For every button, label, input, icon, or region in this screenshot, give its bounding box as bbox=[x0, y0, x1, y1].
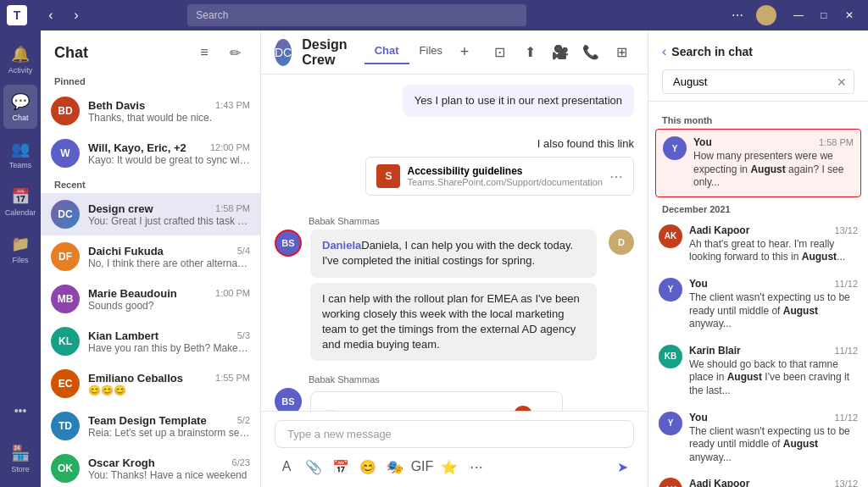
share-button[interactable]: ⬆ bbox=[517, 40, 542, 65]
search-result-item[interactable]: AK Aadi Kapoor 13/12 Ah that's great to … bbox=[648, 218, 868, 271]
avatar: DF bbox=[51, 242, 80, 271]
message-bubble: DanielaDaniela, I can help you with the … bbox=[310, 230, 597, 277]
search-results: This month Y You 1:58 PM How many presen… bbox=[648, 102, 868, 487]
message-text: I also found this link bbox=[365, 137, 634, 150]
back-button[interactable]: ‹ bbox=[39, 3, 63, 27]
tab-files[interactable]: Files bbox=[409, 41, 453, 64]
fluid-card: 📄 Monthly Business Review.Fluid Just now… bbox=[310, 391, 563, 411]
search-input-row[interactable]: ✕ bbox=[662, 69, 854, 94]
sr-text: How many presenters were we expecting in… bbox=[693, 150, 854, 190]
user-avatar[interactable] bbox=[756, 5, 776, 25]
gif-button[interactable]: GIF bbox=[410, 455, 434, 479]
message-group: I also found this link S Accessibility g… bbox=[275, 137, 634, 202]
list-item[interactable]: MB Marie Beaudouin 1:00 PM Sounds good? bbox=[41, 278, 260, 320]
titlebar-left: T ‹ › bbox=[7, 3, 88, 27]
compose-button[interactable]: ✏ bbox=[223, 41, 247, 64]
search-result-content: You 11/12 The client wasn't expecting us… bbox=[689, 278, 858, 331]
sidebar-item-files[interactable]: 📁 Files bbox=[3, 227, 37, 271]
chat-item-info: Will, Kayo, Eric, +2 12:00 PM Kayo: It w… bbox=[88, 141, 250, 166]
message-content: DanielaDaniela, I can help you with the … bbox=[310, 230, 597, 361]
main-layout: 🔔 Activity 💬 Chat 👥 Teams 📅 Calendar 📁 F… bbox=[0, 30, 868, 487]
filter-button[interactable]: ≡ bbox=[192, 41, 216, 64]
chat-item-name: Marie Beaudouin bbox=[88, 287, 177, 300]
search-highlight: August bbox=[727, 371, 762, 383]
attach-button[interactable]: 📎 bbox=[302, 455, 326, 479]
search-chat-input[interactable] bbox=[670, 70, 837, 93]
list-item[interactable]: TD Team Design Template 5/2 Reia: Let's … bbox=[41, 405, 260, 447]
sidebar-item-calendar[interactable]: 📅 Calendar bbox=[3, 180, 37, 224]
search-result-item[interactable]: Y You 11/12 The client wasn't expecting … bbox=[648, 405, 868, 472]
list-item[interactable]: OK Oscar Krogh 6/23 You: Thanks! Have a … bbox=[41, 447, 260, 487]
list-item[interactable]: EC Emiliano Ceballos 1:55 PM 😊😊😊 bbox=[41, 362, 260, 405]
chat-main: DC Design Crew Chat Files + ⊡ ⬆ 🎥 📞 ⊞ Ye… bbox=[261, 30, 648, 487]
meeting-button[interactable]: 📅 bbox=[329, 455, 353, 479]
avatar: BS bbox=[275, 388, 302, 411]
send-button[interactable]: ➤ bbox=[610, 455, 634, 479]
store-icon: 🏪 bbox=[11, 444, 30, 462]
tab-chat[interactable]: Chat bbox=[364, 41, 409, 64]
message-row: BS 📄 Monthly Business Review.Fluid Just … bbox=[275, 388, 634, 411]
teams-icon: 👥 bbox=[11, 140, 30, 158]
popout-button[interactable]: ⊡ bbox=[487, 40, 512, 65]
search-result-content: Aadi Kapoor 13/12 Ah that's great to hea… bbox=[689, 224, 858, 264]
chat-list-title: Chat bbox=[54, 44, 88, 62]
message-input-placeholder[interactable]: Type a new message bbox=[275, 420, 634, 448]
chat-item-preview: You: Great I just crafted this task for.… bbox=[88, 215, 250, 227]
layout-button[interactable]: ⊞ bbox=[609, 40, 634, 65]
sidebar-label-activity: Activity bbox=[8, 66, 33, 75]
search-back-button[interactable]: ‹ bbox=[662, 44, 666, 59]
sticker-button[interactable]: 🎭 bbox=[383, 455, 407, 479]
sidebar-item-store[interactable]: 🏪 Store bbox=[3, 436, 37, 480]
more-tools-button[interactable]: ⋯ bbox=[465, 455, 488, 479]
video-button[interactable]: 🎥 bbox=[548, 40, 573, 65]
chat-item-preview: Reia: Let's set up a brainstorm session … bbox=[88, 427, 250, 439]
global-search-bar[interactable] bbox=[187, 4, 526, 26]
sidebar-item-chat[interactable]: 💬 Chat bbox=[3, 85, 37, 129]
chat-item-info: Marie Beaudouin 1:00 PM Sounds good? bbox=[88, 287, 250, 312]
emoji-button[interactable]: 😊 bbox=[356, 455, 380, 479]
link-more-icon[interactable]: ⋯ bbox=[609, 169, 623, 185]
chat-item-info: Beth Davis 1:43 PM Thanks, that would be… bbox=[88, 99, 250, 124]
sr-name: You bbox=[689, 278, 708, 290]
praise-button[interactable]: ⭐ bbox=[437, 455, 461, 479]
search-result-item[interactable]: Y You 1:58 PM How many presenters were w… bbox=[655, 129, 861, 197]
more-options-icon[interactable]: ⋯ bbox=[726, 3, 749, 27]
chat-list-header: Chat ≡ ✏ bbox=[41, 30, 260, 71]
search-result-item[interactable]: AK Aadi Kapoor 13/12 Ah that's great to … bbox=[648, 471, 868, 487]
search-panel-title: Search in chat bbox=[671, 45, 753, 58]
avatar: OK bbox=[51, 454, 80, 483]
chat-item-name: Beth Davis bbox=[88, 99, 145, 112]
avatar: BS bbox=[275, 230, 302, 257]
sidebar-label-calendar: Calendar bbox=[5, 208, 36, 217]
more-icon: ••• bbox=[14, 404, 27, 418]
minimize-button[interactable]: — bbox=[787, 3, 810, 27]
global-search-input[interactable] bbox=[187, 4, 526, 26]
chat-item-info: Emiliano Ceballos 1:55 PM 😊😊😊 bbox=[88, 372, 250, 396]
add-tab-button[interactable]: + bbox=[453, 41, 476, 64]
list-item[interactable]: DF Daichi Fukuda 5/4 No, I think there a… bbox=[41, 235, 260, 278]
titlebar-right: ⋯ — □ ✕ bbox=[726, 3, 861, 27]
format-button[interactable]: A bbox=[275, 455, 298, 479]
close-button[interactable]: ✕ bbox=[837, 3, 861, 27]
chat-item-name: Daichi Fukuda bbox=[88, 245, 164, 257]
sidebar-item-activity[interactable]: 🔔 Activity bbox=[3, 37, 37, 81]
sr-name: Aadi Kapoor bbox=[689, 478, 749, 487]
maximize-button[interactable]: □ bbox=[812, 3, 836, 27]
list-item[interactable]: BD Beth Davis 1:43 PM Thanks, that would… bbox=[41, 90, 260, 132]
sidebar-item-teams[interactable]: 👥 Teams bbox=[3, 132, 37, 176]
list-item[interactable]: W Will, Kayo, Eric, +2 12:00 PM Kayo: It… bbox=[41, 132, 260, 174]
sidebar-item-more[interactable]: ••• bbox=[3, 389, 37, 433]
sidebar-label-teams: Teams bbox=[9, 161, 32, 169]
search-result-item[interactable]: KB Karin Blair 11/12 We should go back t… bbox=[648, 338, 868, 405]
link-preview[interactable]: S Accessibility guidelines Teams.SharePo… bbox=[365, 157, 634, 196]
avatar: BD bbox=[51, 97, 80, 125]
sr-time: 11/12 bbox=[834, 279, 858, 289]
message-bubble: I can help with the rollout plan for EME… bbox=[310, 283, 597, 362]
list-item[interactable]: DC Design crew 1:58 PM You: Great I just… bbox=[41, 193, 260, 235]
audio-button[interactable]: 📞 bbox=[578, 40, 604, 65]
search-clear-button[interactable]: ✕ bbox=[837, 75, 847, 89]
list-item[interactable]: KL Kian Lambert 5/3 Have you ran this by… bbox=[41, 320, 260, 362]
search-panel-title-row: ‹ Search in chat bbox=[662, 44, 854, 59]
forward-button[interactable]: › bbox=[64, 3, 88, 27]
search-result-item[interactable]: Y You 11/12 The client wasn't expecting … bbox=[648, 271, 868, 338]
